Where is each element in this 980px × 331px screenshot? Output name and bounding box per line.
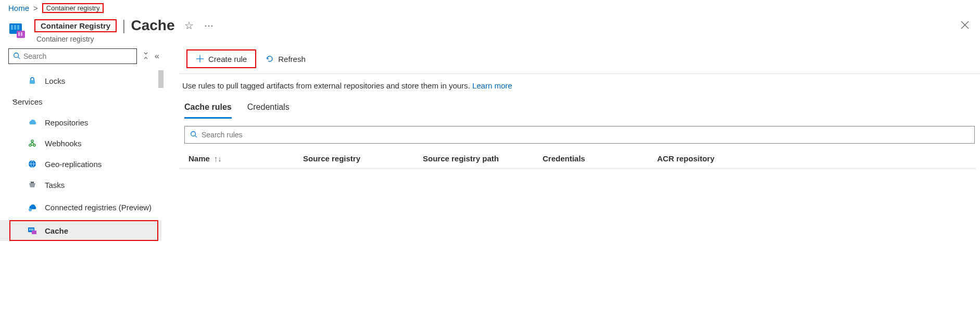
column-header-name[interactable]: Name ↑↓ [189,154,303,163]
sidebar-item-cache[interactable]: Cache [0,220,161,241]
sidebar-item-webhooks[interactable]: Webhooks [0,133,161,154]
sidebar-nav: Locks Services Repositories Webhooks [0,70,161,241]
svg-rect-11 [30,80,35,84]
svg-rect-5 [18,32,20,36]
sidebar-item-geo-replications[interactable]: Geo-replications [0,154,161,174]
learn-more-link[interactable]: Learn more [472,81,512,90]
sidebar-section-services[interactable]: Services [0,91,161,112]
sidebar-item-label: Webhooks [45,139,82,148]
refresh-label: Refresh [278,55,306,63]
plus-icon [196,55,204,63]
page-header: Container Registry | Cache ☆ ⋯ Container… [0,15,980,46]
svg-point-13 [29,144,31,146]
svg-rect-6 [21,32,22,36]
highlight-box: Create rule [186,49,256,68]
chevron-right-icon: > [33,4,38,12]
tab-cache-rules[interactable]: Cache rules [184,99,232,119]
title-separator: | [117,17,128,34]
svg-rect-2 [14,25,16,30]
tabs: Cache rules Credentials [179,99,980,119]
refresh-button[interactable]: Refresh [259,50,312,67]
tab-credentials[interactable]: Credentials [247,99,290,119]
svg-point-9 [14,53,19,57]
search-rules-box[interactable] [184,126,975,144]
sidebar-search-input[interactable] [23,52,132,60]
breadcrumb: Home > Container registry [0,0,980,15]
create-rule-label: Create rule [208,55,247,63]
svg-rect-20 [31,228,32,231]
cache-icon [27,226,37,235]
sidebar-item-label: Geo-replications [45,160,102,169]
search-rules-input[interactable] [202,131,969,139]
page-title: Cache [128,17,177,34]
sort-icon: ↑↓ [214,154,222,163]
sidebar-item-label: Connected registries (Preview) [45,203,152,212]
create-rule-button[interactable]: Create rule [190,50,253,67]
svg-rect-16 [31,182,34,183]
collapse-sidebar-icon[interactable]: « [155,52,159,61]
column-header-credentials[interactable]: Credentials [543,154,657,163]
breadcrumb-current[interactable]: Container registry [42,3,104,13]
chevron-down-icon [11,98,18,106]
svg-point-14 [33,144,35,146]
refresh-icon [266,55,274,63]
resource-type-label: Container registry [36,35,215,43]
svg-line-26 [195,135,197,137]
expand-collapse-icon[interactable] [142,52,149,61]
favorite-star-icon[interactable]: ☆ [184,19,194,32]
sidebar-item-connected-registries[interactable]: Connected registries (Preview) [0,195,161,220]
tasks-icon [27,181,37,188]
search-icon [13,52,20,61]
svg-line-10 [18,57,20,59]
sidebar-item-label: Repositories [45,118,88,127]
sidebar-item-repositories[interactable]: Repositories [0,112,161,133]
svg-rect-19 [29,228,30,231]
more-ellipsis-icon[interactable]: ⋯ [204,20,215,31]
sidebar-search[interactable] [8,48,137,64]
svg-rect-22 [32,231,36,234]
column-header-source-registry-path[interactable]: Source registry path [423,154,543,163]
toolbar: Create rule Refresh [179,46,980,74]
svg-rect-3 [17,25,19,30]
svg-point-12 [31,140,33,142]
column-header-acr-repository[interactable]: ACR repository [657,154,793,163]
sidebar-item-tasks[interactable]: Tasks [0,174,161,195]
registry-name: Container Registry [34,19,117,32]
search-icon [190,131,197,139]
close-icon[interactable] [960,20,970,31]
content-pane: Create rule Refresh Use rules to pull ta… [167,46,980,317]
connected-registries-icon [27,204,37,211]
breadcrumb-home[interactable]: Home [8,4,29,12]
sidebar-item-label: Cache [45,226,68,235]
lock-icon [27,77,37,85]
sidebar: « Locks Services [0,46,167,317]
globe-icon [27,160,37,168]
table-header: Name ↑↓ Source registry Source registry … [179,149,976,169]
cloud-icon [27,119,37,126]
description-text: Use rules to pull tagged artifacts from … [179,74,980,99]
sidebar-item-locks[interactable]: Locks [0,70,161,91]
svg-point-25 [191,131,196,136]
sidebar-item-label: Locks [45,77,65,85]
sidebar-item-label: Tasks [45,181,65,189]
column-header-source-registry[interactable]: Source registry [303,154,423,163]
webhook-icon [27,139,37,147]
container-registry-icon [8,20,27,39]
svg-rect-21 [32,228,33,231]
svg-point-17 [29,208,32,211]
svg-rect-1 [11,25,13,30]
